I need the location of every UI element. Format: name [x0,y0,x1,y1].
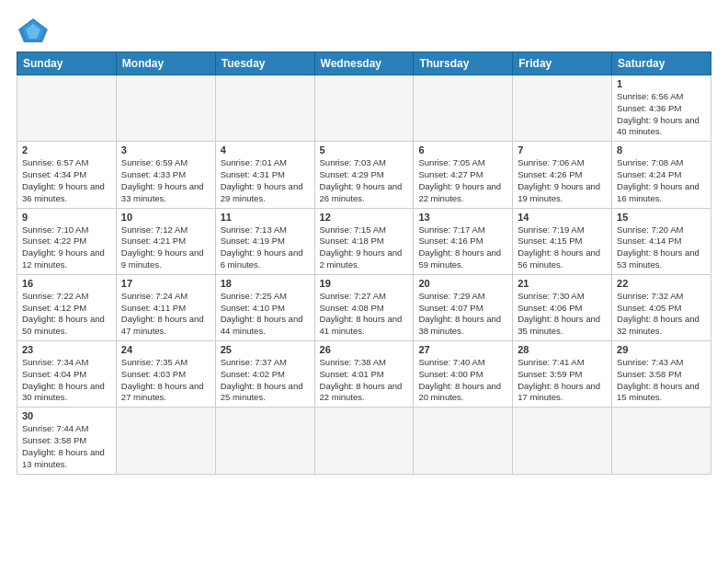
day-number: 16 [22,278,111,289]
calendar-cell [215,408,314,474]
calendar-cell [17,75,117,142]
calendar-cell: 7Sunrise: 7:06 AM Sunset: 4:26 PM Daylig… [513,142,612,208]
day-number: 21 [518,278,607,289]
calendar-cell: 11Sunrise: 7:13 AM Sunset: 4:19 PM Dayli… [215,208,314,274]
day-info: Sunrise: 7:30 AM Sunset: 4:06 PM Dayligh… [518,291,607,338]
calendar-cell: 16Sunrise: 7:22 AM Sunset: 4:12 PM Dayli… [17,274,117,340]
calendar-cell: 17Sunrise: 7:24 AM Sunset: 4:11 PM Dayli… [116,274,215,340]
calendar-cell: 30Sunrise: 7:44 AM Sunset: 3:58 PM Dayli… [17,408,117,474]
day-info: Sunrise: 7:34 AM Sunset: 4:04 PM Dayligh… [22,357,111,404]
day-info: Sunrise: 7:06 AM Sunset: 4:26 PM Dayligh… [518,157,607,204]
day-number: 10 [121,212,210,223]
day-info: Sunrise: 7:12 AM Sunset: 4:21 PM Dayligh… [121,224,210,271]
day-info: Sunrise: 7:05 AM Sunset: 4:27 PM Dayligh… [418,157,507,204]
calendar-cell: 19Sunrise: 7:27 AM Sunset: 4:08 PM Dayli… [314,274,414,340]
col-header-monday: Monday [116,52,215,75]
col-header-thursday: Thursday [414,52,513,75]
day-number: 28 [518,344,607,355]
day-number: 5 [320,144,409,155]
calendar-cell: 10Sunrise: 7:12 AM Sunset: 4:21 PM Dayli… [116,208,215,274]
calendar-cell: 28Sunrise: 7:41 AM Sunset: 3:59 PM Dayli… [513,341,612,408]
day-info: Sunrise: 7:08 AM Sunset: 4:24 PM Dayligh… [617,157,706,204]
day-number: 23 [22,344,111,355]
day-number: 13 [418,212,507,223]
col-header-saturday: Saturday [612,52,711,75]
day-info: Sunrise: 7:40 AM Sunset: 4:00 PM Dayligh… [418,357,507,404]
day-number: 3 [121,144,210,155]
day-info: Sunrise: 6:59 AM Sunset: 4:33 PM Dayligh… [121,157,210,204]
calendar-cell: 13Sunrise: 7:17 AM Sunset: 4:16 PM Dayli… [414,208,513,274]
calendar-cell: 23Sunrise: 7:34 AM Sunset: 4:04 PM Dayli… [17,341,117,408]
calendar-cell: 18Sunrise: 7:25 AM Sunset: 4:10 PM Dayli… [215,274,314,340]
col-header-friday: Friday [513,52,612,75]
calendar-cell [414,75,513,142]
day-number: 26 [320,344,409,355]
calendar-cell: 1Sunrise: 6:56 AM Sunset: 4:36 PM Daylig… [612,75,711,142]
day-info: Sunrise: 7:35 AM Sunset: 4:03 PM Dayligh… [121,357,210,404]
calendar-cell: 5Sunrise: 7:03 AM Sunset: 4:29 PM Daylig… [314,142,414,208]
day-info: Sunrise: 7:27 AM Sunset: 4:08 PM Dayligh… [320,291,409,338]
day-info: Sunrise: 6:56 AM Sunset: 4:36 PM Dayligh… [617,91,706,138]
day-info: Sunrise: 7:25 AM Sunset: 4:10 PM Dayligh… [221,291,310,338]
calendar-cell [215,75,314,142]
day-number: 24 [121,344,210,355]
header [17,17,711,44]
day-info: Sunrise: 7:44 AM Sunset: 3:58 PM Dayligh… [22,423,111,470]
calendar-cell: 12Sunrise: 7:15 AM Sunset: 4:18 PM Dayli… [314,208,414,274]
calendar: SundayMondayTuesdayWednesdayThursdayFrid… [17,52,711,475]
day-number: 25 [221,344,310,355]
day-info: Sunrise: 7:10 AM Sunset: 4:22 PM Dayligh… [22,224,111,271]
day-info: Sunrise: 7:43 AM Sunset: 3:58 PM Dayligh… [617,357,706,404]
day-info: Sunrise: 7:38 AM Sunset: 4:01 PM Dayligh… [320,357,409,404]
day-info: Sunrise: 7:03 AM Sunset: 4:29 PM Dayligh… [320,157,409,204]
calendar-cell: 25Sunrise: 7:37 AM Sunset: 4:02 PM Dayli… [215,341,314,408]
day-info: Sunrise: 7:20 AM Sunset: 4:14 PM Dayligh… [617,224,706,271]
day-info: Sunrise: 7:22 AM Sunset: 4:12 PM Dayligh… [22,291,111,338]
day-info: Sunrise: 6:57 AM Sunset: 4:34 PM Dayligh… [22,157,111,204]
calendar-cell: 14Sunrise: 7:19 AM Sunset: 4:15 PM Dayli… [513,208,612,274]
day-number: 7 [518,144,607,155]
col-header-wednesday: Wednesday [314,52,414,75]
calendar-cell: 3Sunrise: 6:59 AM Sunset: 4:33 PM Daylig… [116,142,215,208]
calendar-cell [414,408,513,474]
day-number: 22 [617,278,706,289]
calendar-cell: 15Sunrise: 7:20 AM Sunset: 4:14 PM Dayli… [612,208,711,274]
day-number: 8 [617,144,706,155]
calendar-cell [612,408,711,474]
generalblue-logo-icon [17,17,50,44]
day-info: Sunrise: 7:37 AM Sunset: 4:02 PM Dayligh… [221,357,310,404]
calendar-cell [513,75,612,142]
calendar-cell: 21Sunrise: 7:30 AM Sunset: 4:06 PM Dayli… [513,274,612,340]
calendar-cell [116,408,215,474]
day-info: Sunrise: 7:13 AM Sunset: 4:19 PM Dayligh… [221,224,310,271]
calendar-cell [513,408,612,474]
calendar-cell [116,75,215,142]
col-header-tuesday: Tuesday [215,52,314,75]
day-number: 4 [221,144,310,155]
day-info: Sunrise: 7:01 AM Sunset: 4:31 PM Dayligh… [221,157,310,204]
calendar-cell: 9Sunrise: 7:10 AM Sunset: 4:22 PM Daylig… [17,208,117,274]
calendar-cell: 24Sunrise: 7:35 AM Sunset: 4:03 PM Dayli… [116,341,215,408]
day-number: 9 [22,212,111,223]
day-number: 1 [617,78,706,89]
calendar-cell: 27Sunrise: 7:40 AM Sunset: 4:00 PM Dayli… [414,341,513,408]
day-number: 17 [121,278,210,289]
day-number: 14 [518,212,607,223]
calendar-cell: 29Sunrise: 7:43 AM Sunset: 3:58 PM Dayli… [612,341,711,408]
calendar-cell: 22Sunrise: 7:32 AM Sunset: 4:05 PM Dayli… [612,274,711,340]
calendar-cell: 6Sunrise: 7:05 AM Sunset: 4:27 PM Daylig… [414,142,513,208]
day-number: 2 [22,144,111,155]
day-number: 6 [418,144,507,155]
day-number: 18 [221,278,310,289]
day-number: 19 [320,278,409,289]
calendar-cell [314,75,414,142]
day-info: Sunrise: 7:24 AM Sunset: 4:11 PM Dayligh… [121,291,210,338]
day-number: 27 [418,344,507,355]
day-number: 30 [22,410,111,421]
day-info: Sunrise: 7:32 AM Sunset: 4:05 PM Dayligh… [617,291,706,338]
day-number: 15 [617,212,706,223]
calendar-cell: 8Sunrise: 7:08 AM Sunset: 4:24 PM Daylig… [612,142,711,208]
logo [17,17,53,44]
calendar-cell: 20Sunrise: 7:29 AM Sunset: 4:07 PM Dayli… [414,274,513,340]
day-number: 11 [221,212,310,223]
